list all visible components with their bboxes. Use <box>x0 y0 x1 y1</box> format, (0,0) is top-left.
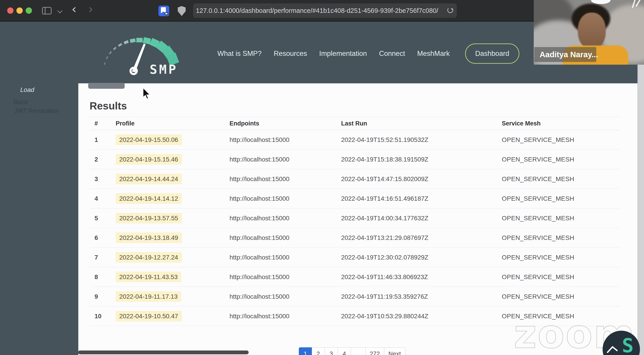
table-row: 5 2022-04-19-13.57.55 http://localhost:1… <box>90 208 620 228</box>
forward-button[interactable]: › <box>88 2 93 16</box>
last-run-cell: 2022-04-19T14:47:15.802009Z <box>341 169 502 189</box>
profile-cell[interactable]: 2022-04-19-10.50.47 <box>116 306 230 326</box>
endpoints-cell: http://localhost:15000 <box>230 248 341 267</box>
profile-cell[interactable]: 2022-04-19-15.15.46 <box>116 150 230 169</box>
endpoints-cell: http://localhost:15000 <box>230 287 341 306</box>
vertical-scrollbar[interactable] <box>638 22 644 355</box>
window-zoom-button[interactable] <box>26 8 32 14</box>
last-run-cell: 2022-04-19T11:19:53.359276Z <box>341 287 502 306</box>
column-header-profile: Profile <box>116 117 230 130</box>
profile-name-highlighted[interactable]: 2022-04-19-15.50.06 <box>116 135 182 145</box>
row-number: 3 <box>90 169 116 189</box>
service-mesh-cell: OPEN_SERVICE_MESH <box>502 267 620 287</box>
chevron-down-icon[interactable] <box>58 8 62 14</box>
pagination: 1 2 3 4 … 272 Next <box>299 347 406 355</box>
last-run-cell: 2022-04-19T10:53:29.880244Z <box>341 306 502 326</box>
address-bar[interactable]: 127.0.0.1:4000/dashboard/performance/#41… <box>193 4 457 18</box>
zoom-screenshare-screen: { "colors": { "slate_bg": "#46535b", "ac… <box>0 0 644 355</box>
endpoints-cell: http://localhost:15000 <box>230 306 341 326</box>
sidebar-item-jwt-revocation[interactable]: JWT Revocation <box>14 107 59 114</box>
reaction-bubble-fragment <box>591 0 610 4</box>
page-button-1[interactable]: 1 <box>299 347 312 355</box>
page-button-4[interactable]: 4 <box>338 347 351 355</box>
results-table: # Profile Endpoints Last Run Service Mes… <box>90 117 620 326</box>
nav-item-implementation[interactable]: Implementation <box>319 50 367 58</box>
password-extension-icon[interactable] <box>158 6 169 16</box>
column-header-service-mesh: Service Mesh <box>502 117 620 130</box>
service-mesh-cell: OPEN_SERVICE_MESH <box>502 169 620 189</box>
table-row: 6 2022-04-19-13.18.49 http://localhost:1… <box>90 228 620 248</box>
row-number: 4 <box>90 189 116 208</box>
nav-item-what-is-smp[interactable]: What is SMP? <box>217 50 262 58</box>
last-run-cell: 2022-04-19T15:18:38.191509Z <box>341 150 502 169</box>
mouse-cursor <box>142 87 151 100</box>
profile-name-highlighted[interactable]: 2022-04-19-11.17.13 <box>116 291 181 302</box>
smp-gauge-logo: SMP <box>102 31 186 76</box>
corner-needle-glyph <box>604 342 622 355</box>
endpoints-cell: http://localhost:15000 <box>230 208 341 228</box>
last-run-cell: 2022-04-19T12:30:02.078929Z <box>341 248 502 267</box>
service-mesh-cell: OPEN_SERVICE_MESH <box>502 248 620 267</box>
row-number: 5 <box>90 208 116 228</box>
table-row: 1 2022-04-19-15.50.06 http://localhost:1… <box>90 130 620 150</box>
profile-name-highlighted[interactable]: 2022-04-19-10.50.47 <box>116 311 182 321</box>
table-row: 7 2022-04-19-12.27.24 http://localhost:1… <box>90 248 620 267</box>
row-number: 10 <box>90 306 116 326</box>
horizontal-scrollbar[interactable] <box>78 350 249 354</box>
url-text: 127.0.0.1:4000/dashboard/performance/#41… <box>196 7 438 15</box>
row-number: 6 <box>90 228 116 248</box>
endpoints-cell: http://localhost:15000 <box>230 169 341 189</box>
service-mesh-cell: OPEN_SERVICE_MESH <box>502 130 620 150</box>
profile-cell[interactable]: 2022-04-19-14.44.24 <box>116 169 230 189</box>
nav-item-resources[interactable]: Resources <box>274 50 307 58</box>
profile-cell[interactable]: 2022-04-19-12.27.24 <box>116 248 230 267</box>
endpoints-cell: http://localhost:15000 <box>230 150 341 169</box>
nav-item-connect[interactable]: Connect <box>379 50 405 58</box>
profile-name-highlighted[interactable]: 2022-04-19-15.15.46 <box>116 154 182 165</box>
profile-name-highlighted[interactable]: 2022-04-19-14.44.24 <box>116 174 182 184</box>
profile-name-highlighted[interactable]: 2022-04-19-13.18.49 <box>116 232 182 243</box>
nav-item-dashboard-active[interactable]: Dashboard <box>465 44 520 64</box>
sidebar-item-burst[interactable]: Burst <box>14 99 28 106</box>
lock-glyph <box>165 12 168 15</box>
service-mesh-cell: OPEN_SERVICE_MESH <box>502 228 620 248</box>
profile-cell[interactable]: 2022-04-19-13.57.55 <box>116 208 230 228</box>
profile-cell[interactable]: 2022-04-19-15.50.06 <box>116 130 230 150</box>
scrolled-tab-stub[interactable] <box>88 83 125 89</box>
column-header-last-run: Last Run <box>341 117 502 130</box>
row-number: 2 <box>90 150 116 169</box>
row-number: 9 <box>90 287 116 306</box>
window-minimize-button[interactable] <box>16 8 23 14</box>
endpoints-cell: http://localhost:15000 <box>230 189 341 208</box>
page-button-2[interactable]: 2 <box>312 347 325 355</box>
table-header-row: # Profile Endpoints Last Run Service Mes… <box>90 117 620 130</box>
profile-name-highlighted[interactable]: 2022-04-19-12.27.24 <box>116 252 182 263</box>
sidebar-item-load[interactable]: Load <box>20 86 34 94</box>
page-button-272[interactable]: 272 <box>366 347 384 355</box>
privacy-shield-icon[interactable] <box>178 6 186 16</box>
back-button[interactable]: ‹ <box>72 2 76 16</box>
sidebar-toggle-icon[interactable] <box>42 7 52 15</box>
page-button-ellipsis[interactable]: … <box>351 347 366 355</box>
page-button-next[interactable]: Next <box>384 347 406 355</box>
profile-cell[interactable]: 2022-04-19-14.14.12 <box>116 189 230 208</box>
profile-cell[interactable]: 2022-04-19-13.18.49 <box>116 228 230 248</box>
profile-name-highlighted[interactable]: 2022-04-19-13.57.55 <box>116 213 182 223</box>
table-row: 9 2022-04-19-11.17.13 http://localhost:1… <box>90 287 620 306</box>
window-close-button[interactable] <box>7 8 14 14</box>
service-mesh-cell: OPEN_SERVICE_MESH <box>502 189 620 208</box>
last-run-cell: 2022-04-19T13:21:29.087697Z <box>341 228 502 248</box>
profile-cell[interactable]: 2022-04-19-11.17.13 <box>116 287 230 306</box>
column-header-endpoints: Endpoints <box>230 117 341 130</box>
last-run-cell: 2022-04-19T14:00:34.177632Z <box>341 208 502 228</box>
nav-item-meshmark[interactable]: MeshMark <box>417 50 450 58</box>
main-navigation: What is SMP? Resources Implementation Co… <box>217 43 519 64</box>
page-button-3[interactable]: 3 <box>325 347 338 355</box>
profile-name-highlighted[interactable]: 2022-04-19-11.43.53 <box>116 272 181 282</box>
last-run-cell: 2022-04-19T14:16:51.496187Z <box>341 189 502 208</box>
service-mesh-cell: OPEN_SERVICE_MESH <box>502 150 620 169</box>
reload-icon[interactable] <box>447 7 453 13</box>
profile-name-highlighted[interactable]: 2022-04-19-14.14.12 <box>116 193 182 204</box>
profile-cell[interactable]: 2022-04-19-11.43.53 <box>116 267 230 287</box>
service-mesh-cell: OPEN_SERVICE_MESH <box>502 287 620 306</box>
